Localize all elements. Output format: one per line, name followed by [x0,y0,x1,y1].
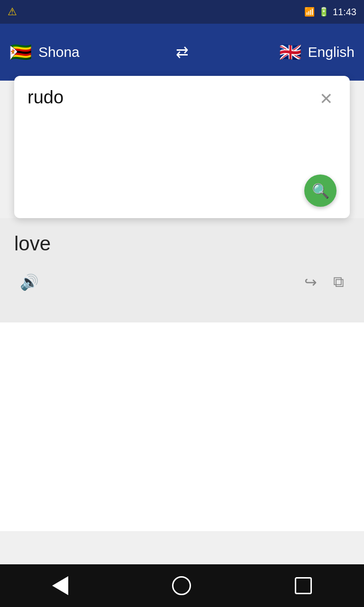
share-button[interactable]: ↪ [299,269,323,295]
swap-languages-button[interactable]: ⇄ [171,43,193,61]
result-text: love [14,232,350,265]
clear-button[interactable]: ✕ [316,87,337,110]
copy-button[interactable]: ⧉ [328,269,350,295]
app-header: 🇿🇼 Shona ⇄ 🇬🇧 English [0,24,364,81]
status-bar-left: ⚠ [8,6,17,18]
result-section: love 🔊 ↪ ⧉ [0,218,364,322]
input-card: rudo ✕ 🔍 [14,76,350,218]
search-icon: 🔍 [312,183,329,199]
status-bar-right: 📶 🔋 11:43 [304,7,356,18]
battery-icon: 🔋 [318,7,329,17]
recent-nav-button[interactable] [295,577,312,594]
status-bar: ⚠ 📶 🔋 11:43 [0,0,364,24]
back-nav-button[interactable] [52,576,68,595]
speaker-button[interactable]: 🔊 [14,269,45,295]
source-flag: 🇿🇼 [9,43,32,61]
time-display: 11:43 [333,7,356,18]
bottom-nav-bar [0,564,364,607]
signal-icon: 📶 [304,7,315,17]
warning-icon: ⚠ [8,6,17,18]
translation-input[interactable]: rudo [27,87,316,108]
source-language-label: Shona [38,44,80,60]
home-nav-button[interactable] [172,576,191,595]
result-actions: 🔊 ↪ ⧉ [14,265,350,308]
source-language-section[interactable]: 🇿🇼 Shona [9,43,171,61]
input-row: rudo ✕ [27,87,337,110]
target-flag: 🇬🇧 [279,43,301,61]
right-actions: ↪ ⧉ [299,269,350,295]
search-button[interactable]: 🔍 [304,175,337,207]
white-content-area [0,322,364,531]
target-language-section[interactable]: 🇬🇧 English [193,43,355,61]
target-language-label: English [308,44,355,60]
